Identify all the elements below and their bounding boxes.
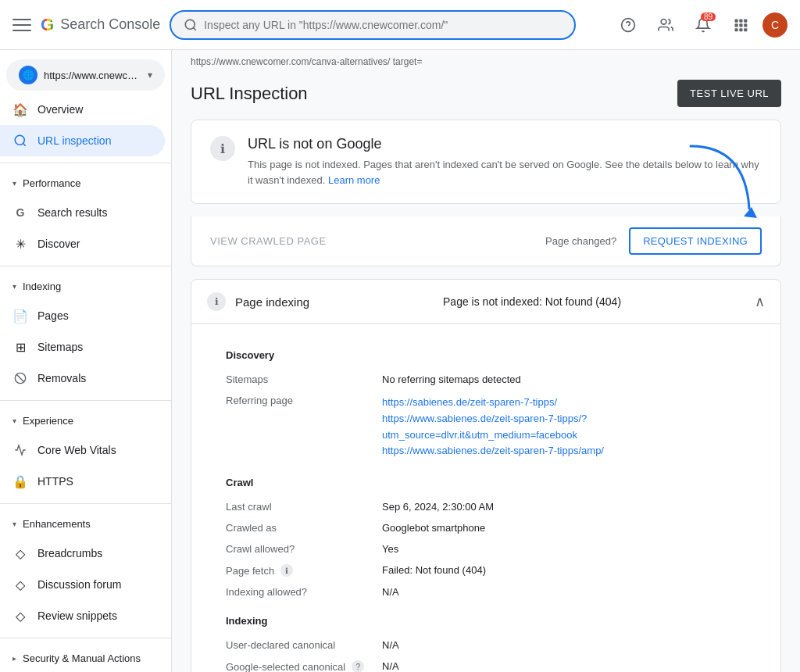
indexing-sub-section-title: Indexing <box>226 615 765 627</box>
divider <box>0 638 171 638</box>
property-name: https://www.cnewcome... <box>44 70 141 81</box>
sidebar-section-experience[interactable]: ▾ Experience <box>0 407 171 434</box>
sidebar-item-label: Removals <box>38 372 86 384</box>
details-body: Discovery Sitemaps No referring sitemaps… <box>191 324 780 672</box>
sidebar-item-url-inspection[interactable]: URL inspection <box>0 125 165 156</box>
sidebar-section-security[interactable]: ▸ Security & Manual Actions <box>0 645 171 672</box>
main-content: https://www.cnewcomer.com/canva-alternat… <box>172 50 800 672</box>
search-icon <box>184 18 198 32</box>
sidebar-item-review-snippets[interactable]: ◇ Review snippets <box>0 600 165 631</box>
notifications-button[interactable]: 89 <box>688 9 719 41</box>
alert-description: This page is not indexed. Pages that are… <box>248 157 762 188</box>
sidebar-item-discover[interactable]: ✳ Discover <box>0 228 165 259</box>
google-logo: G <box>41 15 54 35</box>
breadcrumbs-icon: ◇ <box>12 545 28 561</box>
menu-button[interactable] <box>12 16 31 34</box>
page-changed-label: Page changed? <box>545 235 616 247</box>
sidebar-item-label: Overview <box>38 103 83 116</box>
referring-page-value: https://sabienes.de/zeit-sparen-7-tipps/… <box>382 395 765 459</box>
crawled-as-value: Googlebot smartphone <box>382 522 765 534</box>
sidebar-section-performance[interactable]: ▾ Performance <box>0 170 171 197</box>
collapse-icon: ▾ <box>12 179 16 188</box>
url-status-card: ℹ URL is not on Google This page is not … <box>191 120 781 204</box>
property-chevron-icon: ▾ <box>148 70 152 80</box>
test-live-url-button[interactable]: TEST LIVE URL <box>677 80 781 107</box>
help-button[interactable] <box>612 9 644 41</box>
section-label: Indexing <box>23 281 61 292</box>
collapse-icon: ▾ <box>12 416 16 425</box>
sidebar: 🌐 https://www.cnewcome... ▾ 🏠 Overview U… <box>0 50 172 672</box>
sidebar-item-label: HTTPS <box>38 475 73 488</box>
sidebar-item-breadcrumbs[interactable]: ◇ Breadcrumbs <box>0 538 165 569</box>
discovery-section-title: Discovery <box>226 349 765 361</box>
crawled-as-row: Crawled as Googlebot smartphone <box>226 517 765 538</box>
sitemaps-icon: ⊞ <box>12 339 28 355</box>
page-fetch-row: Page fetch ℹ Failed: Not found (404) <box>226 559 765 581</box>
google-canonical-info-icon[interactable]: ? <box>352 660 364 672</box>
svg-rect-12 <box>739 28 742 31</box>
sidebar-item-core-web-vitals[interactable]: Core Web Vitals <box>0 434 165 466</box>
user-canonical-value: N/A <box>382 639 765 651</box>
page-title: URL Inspection <box>191 84 308 104</box>
page-fetch-info-icon[interactable]: ℹ <box>280 564 293 577</box>
sidebar-item-https[interactable]: 🔒 HTTPS <box>0 466 165 497</box>
info-icon: ℹ <box>210 136 235 161</box>
sidebar-item-label: Search results <box>38 206 107 219</box>
section-info-icon: ℹ <box>207 292 226 311</box>
sidebar-item-label: Discover <box>38 238 80 250</box>
sidebar-item-removals[interactable]: Removals <box>0 363 165 394</box>
user-canonical-row: User-declared canonical N/A <box>226 634 765 656</box>
sitemaps-label: Sitemaps <box>226 374 382 385</box>
alert-actions-bar: VIEW CRAWLED PAGE Page changed? REQUEST … <box>191 216 781 266</box>
last-crawl-label: Last crawl <box>226 501 382 513</box>
svg-point-4 <box>661 19 666 24</box>
request-indexing-button[interactable]: REQUEST INDEXING <box>629 227 762 255</box>
section-status: Page is not indexed: Not found (404) <box>443 295 621 308</box>
divider <box>0 163 171 163</box>
search-bar[interactable] <box>170 10 576 40</box>
svg-rect-13 <box>744 28 747 31</box>
referring-page-row: Referring page https://sabienes.de/zeit-… <box>226 390 765 464</box>
section-label: Security & Manual Actions <box>23 652 141 664</box>
svg-rect-6 <box>739 19 742 22</box>
search-nav-icon <box>12 133 28 148</box>
learn-more-link[interactable]: Learn more <box>328 174 380 186</box>
sidebar-item-search-results[interactable]: G Search results <box>0 197 165 228</box>
url-search-input[interactable] <box>204 19 562 31</box>
search-results-icon: G <box>12 205 28 220</box>
section-label: Performance <box>23 177 80 189</box>
sidebar-item-label: Sitemaps <box>38 341 83 353</box>
collapse-icon: ▾ <box>12 282 16 291</box>
referring-url-3: https://www.sabienes.de/zeit-sparen-7-ti… <box>382 443 765 459</box>
sidebar-section-enhancements[interactable]: ▾ Enhancements <box>0 510 171 538</box>
collapse-icon: ▾ <box>12 520 16 528</box>
property-globe-icon: 🌐 <box>19 66 38 84</box>
pages-icon: 📄 <box>12 308 28 323</box>
sidebar-item-discussion-forum[interactable]: ◇ Discussion forum <box>0 569 165 600</box>
page-header: URL Inspection TEST LIVE URL <box>172 80 800 107</box>
svg-rect-9 <box>739 23 742 27</box>
main-layout: 🌐 https://www.cnewcome... ▾ 🏠 Overview U… <box>0 50 800 672</box>
sitemaps-row: Sitemaps No referring sitemaps detected <box>226 369 765 390</box>
sidebar-section-indexing[interactable]: ▾ Indexing <box>0 273 171 300</box>
svg-line-17 <box>16 374 23 381</box>
crawl-allowed-value: Yes <box>382 543 765 555</box>
people-button[interactable] <box>650 9 681 41</box>
page-fetch-label: Page fetch ℹ <box>226 564 382 577</box>
section-title: Page indexing <box>235 295 309 309</box>
property-selector[interactable]: 🌐 https://www.cnewcome... ▾ <box>6 59 165 91</box>
svg-point-0 <box>185 20 195 29</box>
sidebar-item-label: Pages <box>38 309 69 322</box>
apps-button[interactable] <box>725 9 756 41</box>
avatar[interactable]: C <box>762 13 788 38</box>
last-crawl-row: Last crawl Sep 6, 2024, 2:30:00 AM <box>226 496 765 517</box>
https-icon: 🔒 <box>12 474 28 489</box>
sidebar-item-overview[interactable]: 🏠 Overview <box>0 94 165 125</box>
crawl-allowed-row: Crawl allowed? Yes <box>226 538 765 559</box>
notification-badge: 89 <box>701 13 716 21</box>
sidebar-item-sitemaps[interactable]: ⊞ Sitemaps <box>0 331 165 363</box>
collapse-section-button[interactable]: ∧ <box>755 293 765 310</box>
sidebar-item-label: Discussion forum <box>38 578 121 591</box>
section-header-left: ℹ Page indexing <box>207 292 309 311</box>
sidebar-item-pages[interactable]: 📄 Pages <box>0 300 165 331</box>
